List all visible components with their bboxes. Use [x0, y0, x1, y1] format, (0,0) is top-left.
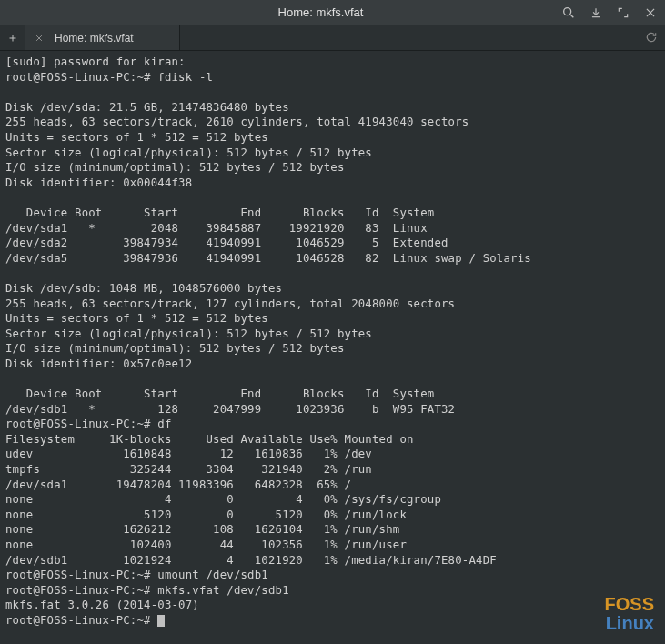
tab-bar: Home: mkfs.vfat — [0, 25, 665, 51]
terminal-cursor — [157, 615, 165, 627]
close-icon[interactable] — [643, 5, 658, 20]
terminal-line — [5, 266, 660, 281]
refresh-icon[interactable] — [645, 31, 658, 46]
terminal-line: /dev/sdb1 * 128 2047999 1023936 b W95 FA… — [5, 402, 660, 418]
terminal-line — [5, 85, 660, 100]
terminal-line: root@FOSS-Linux-PC:~# fdisk -l — [5, 70, 660, 86]
terminal-line: root@FOSS-Linux-PC:~# mkfs.vfat /dev/sdb… — [5, 583, 660, 599]
terminal-line: root@FOSS-Linux-PC:~# — [5, 613, 660, 629]
terminal-line: none 1626212 108 1626104 1% /run/shm — [5, 522, 660, 538]
terminal-line: Disk identifier: 0x57c0ee12 — [5, 357, 660, 372]
terminal-line: Sector size (logical/physical): 512 byte… — [5, 327, 660, 342]
watermark-line2: Linux — [605, 614, 654, 633]
terminal-line: mkfs.fat 3.0.26 (2014-03-07) — [5, 598, 660, 613]
terminal-output[interactable]: [sudo] password for kiran:root@FOSS-Linu… — [0, 51, 665, 632]
tab-close-icon[interactable] — [33, 32, 45, 45]
terminal-line: Device Boot Start End Blocks Id System — [5, 206, 660, 221]
maximize-icon[interactable] — [616, 5, 630, 20]
terminal-line: Disk /dev/sda: 21.5 GB, 21474836480 byte… — [5, 100, 660, 116]
terminal-line: /dev/sdb1 1021924 4 1021920 1% /media/ki… — [5, 553, 660, 569]
terminal-line: Filesystem 1K-blocks Used Available Use%… — [5, 432, 660, 448]
search-icon[interactable] — [561, 5, 576, 20]
terminal-line: /dev/sda2 39847934 41940991 1046529 5 Ex… — [5, 236, 660, 251]
terminal-line: /dev/sda5 39847936 41940991 1046528 82 L… — [5, 251, 660, 267]
terminal-line: none 102400 44 102356 1% /run/user — [5, 538, 660, 553]
tab-label: Home: mkfs.vfat — [55, 32, 134, 45]
terminal-line: /dev/sda1 * 2048 39845887 19921920 83 Li… — [5, 221, 660, 236]
terminal-line: I/O size (minimum/optimal): 512 bytes / … — [5, 160, 660, 176]
terminal-line: Sector size (logical/physical): 512 byte… — [5, 146, 660, 161]
terminal-line — [5, 190, 660, 206]
terminal-line: Disk /dev/sdb: 1048 MB, 1048576000 bytes — [5, 281, 660, 297]
terminal-line: 255 heads, 63 sectors/track, 127 cylinde… — [5, 297, 660, 312]
terminal-line: Disk identifier: 0x00044f38 — [5, 176, 660, 191]
window-titlebar: Home: mkfs.vfat — [0, 0, 665, 25]
terminal-line: none 5120 0 5120 0% /run/lock — [5, 508, 660, 523]
tab-active[interactable]: Home: mkfs.vfat — [25, 25, 180, 50]
terminal-line: root@FOSS-Linux-PC:~# df — [5, 417, 660, 432]
terminal-line: I/O size (minimum/optimal): 512 bytes / … — [5, 341, 660, 357]
watermark-logo: FOSS Linux — [605, 595, 654, 633]
watermark-line1: FOSS — [605, 595, 654, 614]
terminal-line: tmpfs 325244 3304 321940 2% /run — [5, 462, 660, 478]
terminal-line: [sudo] password for kiran: — [5, 55, 660, 70]
download-icon[interactable] — [589, 5, 603, 20]
terminal-line — [5, 371, 660, 387]
svg-line-1 — [570, 15, 573, 17]
terminal-line: Device Boot Start End Blocks Id System — [5, 387, 660, 402]
window-title: Home: mkfs.vfat — [80, 5, 561, 19]
terminal-line: Units = sectors of 1 * 512 = 512 bytes — [5, 130, 660, 146]
terminal-line: udev 1610848 12 1610836 1% /dev — [5, 447, 660, 462]
svg-point-0 — [564, 7, 571, 15]
terminal-line: none 4 0 4 0% /sys/fs/cgroup — [5, 492, 660, 508]
terminal-line: 255 heads, 63 sectors/track, 2610 cylind… — [5, 115, 660, 130]
terminal-line: root@FOSS-Linux-PC:~# umount /dev/sdb1 — [5, 568, 660, 583]
terminal-line: /dev/sda1 19478204 11983396 6482328 65% … — [5, 478, 660, 493]
new-tab-button[interactable] — [0, 25, 25, 50]
terminal-line: Units = sectors of 1 * 512 = 512 bytes — [5, 311, 660, 327]
